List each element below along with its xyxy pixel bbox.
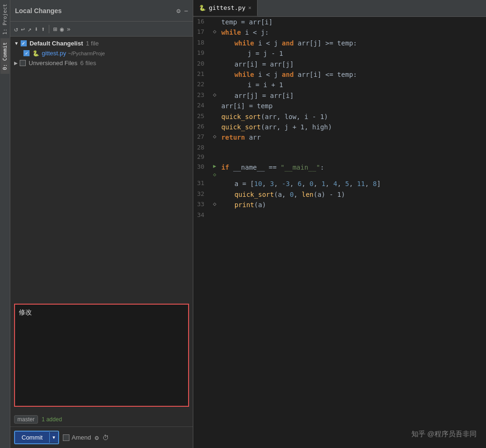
line-number: 31 bbox=[193, 179, 210, 189]
line-gutter: ◇ bbox=[210, 27, 220, 37]
line-number: 22 bbox=[193, 80, 210, 90]
commit-dropdown-arrow[interactable]: ▾ bbox=[49, 432, 58, 443]
table-row: 22 i = i + 1 bbox=[193, 80, 486, 90]
line-number: 20 bbox=[193, 59, 210, 69]
line-code bbox=[220, 143, 486, 153]
chevron-down-icon: ▼ bbox=[14, 41, 19, 46]
line-code: while i < j and arr[j] >= temp: bbox=[220, 38, 486, 48]
code-area[interactable]: 16 temp = arr[i] 17 ◇ while i < j: 18 wh… bbox=[193, 17, 486, 448]
table-row: 32 quick_sort(a, 0, len(a) - 1) bbox=[193, 189, 486, 200]
line-gutter: ◇ bbox=[210, 200, 220, 210]
changelist-checkbox[interactable] bbox=[21, 40, 27, 46]
toolbar: ↺ ↩ ↗ ⬇ ⬆ ⊞ ◉ » bbox=[10, 22, 193, 37]
separator bbox=[49, 25, 49, 33]
download-icon[interactable]: ⬇ bbox=[34, 25, 38, 33]
line-gutter bbox=[210, 210, 220, 220]
refresh-icon[interactable]: ↺ bbox=[14, 25, 18, 33]
line-number: 25 bbox=[193, 112, 210, 122]
line-gutter bbox=[210, 17, 220, 27]
commit-button-group: Commit ▾ bbox=[14, 431, 59, 444]
line-gutter bbox=[210, 112, 220, 122]
commit-message-input[interactable]: 修改 bbox=[14, 304, 189, 407]
line-number: 29 bbox=[193, 152, 210, 162]
amend-checkbox[interactable] bbox=[63, 434, 69, 441]
changelist-header[interactable]: ▼ Default Changelist 1 file bbox=[10, 38, 193, 48]
sidebar-item-project[interactable]: 1: Project bbox=[0, 0, 9, 38]
panel-header-icons: ⚙ − bbox=[176, 7, 188, 15]
undo-icon[interactable]: ↩ bbox=[21, 25, 24, 33]
line-gutter bbox=[210, 38, 220, 48]
left-panel: Local Changes ⚙ − ↺ ↩ ↗ ⬇ ⬆ ⊞ ◉ » ▼ Defa… bbox=[10, 0, 193, 448]
file-checkbox[interactable] bbox=[23, 50, 30, 56]
filepath-label: ~/PycharmProje bbox=[68, 51, 105, 56]
table-row: 21 while i < j and arr[i] <= temp: bbox=[193, 69, 486, 80]
table-row: 26 quick_sort(arr, j + 1, high) bbox=[193, 122, 486, 132]
line-number: 28 bbox=[193, 143, 210, 153]
line-code: print(a) bbox=[220, 200, 486, 210]
minimize-icon[interactable]: − bbox=[184, 7, 188, 15]
line-gutter bbox=[210, 69, 220, 80]
table-row: 18 while i < j and arr[j] >= temp: bbox=[193, 38, 486, 48]
line-code: arr[i] = arr[j] bbox=[220, 59, 486, 69]
line-gutter bbox=[210, 143, 220, 153]
editor-tabs: 🐍 gittest.py ✕ bbox=[193, 0, 486, 17]
panel-title: Local Changes bbox=[15, 7, 62, 15]
unversioned-count: 6 files bbox=[80, 60, 96, 67]
more-icon[interactable]: » bbox=[67, 25, 70, 33]
table-row: 16 temp = arr[i] bbox=[193, 17, 486, 27]
settings-icon[interactable]: ⚙ bbox=[176, 7, 180, 15]
line-code: quick_sort(arr, j + 1, high) bbox=[220, 122, 486, 132]
commit-button[interactable]: Commit bbox=[15, 432, 49, 443]
commit-settings-icon[interactable]: ⚙ bbox=[95, 434, 99, 441]
file-row-gittest[interactable]: 🐍 gittest.py ~/PycharmProje bbox=[10, 48, 193, 58]
eye-icon[interactable]: ◉ bbox=[60, 25, 64, 33]
line-code: temp = arr[i] bbox=[220, 17, 486, 27]
unversioned-label: Unversioned Files bbox=[29, 60, 77, 67]
table-row: 34 bbox=[193, 210, 486, 220]
line-code: j = j - 1 bbox=[220, 48, 486, 59]
file-tree: ▼ Default Changelist 1 file 🐍 gittest.py… bbox=[10, 37, 193, 300]
line-code bbox=[220, 152, 486, 162]
line-code: i = i + 1 bbox=[220, 80, 486, 90]
line-gutter bbox=[210, 80, 220, 90]
line-gutter bbox=[210, 179, 220, 189]
sidebar-item-commit[interactable]: 0: Commit bbox=[0, 38, 9, 74]
commit-clock-icon[interactable]: ⏱ bbox=[102, 434, 109, 441]
line-gutter: ◇ bbox=[210, 90, 220, 101]
line-code: quick_sort(arr, low, i - 1) bbox=[220, 112, 486, 122]
table-row: 19 j = j - 1 bbox=[193, 48, 486, 59]
line-code: return arr bbox=[220, 132, 486, 142]
editor-tab-gittest[interactable]: 🐍 gittest.py ✕ bbox=[193, 0, 258, 16]
line-code: while i < j and arr[i] <= temp: bbox=[220, 69, 486, 80]
table-row: 31 a = [10, 3, -3, 6, 0, 1, 4, 5, 11, 8] bbox=[193, 179, 486, 189]
line-code: arr[j] = arr[i] bbox=[220, 90, 486, 101]
table-row: 25 quick_sort(arr, low, i - 1) bbox=[193, 112, 486, 122]
bottom-status-bar: master 1 added bbox=[10, 412, 193, 426]
line-number: 26 bbox=[193, 122, 210, 132]
group-icon[interactable]: ⊞ bbox=[53, 25, 57, 33]
line-number: 18 bbox=[193, 38, 210, 48]
table-row: 20 arr[i] = arr[j] bbox=[193, 59, 486, 69]
table-row: 30 ▶ ◇ if __name__ == "__main__": bbox=[193, 162, 486, 179]
branch-badge[interactable]: master bbox=[14, 415, 38, 424]
amend-label[interactable]: Amend bbox=[63, 434, 91, 441]
line-gutter bbox=[210, 122, 220, 132]
line-number: 30 bbox=[193, 162, 210, 179]
tab-filename: gittest.py bbox=[209, 4, 245, 11]
push-icon[interactable]: ↗ bbox=[28, 25, 31, 33]
line-number: 16 bbox=[193, 17, 210, 27]
panel-header: Local Changes ⚙ − bbox=[10, 0, 193, 22]
vertical-sidebar: 1: Project 0: Commit bbox=[0, 0, 10, 448]
line-number: 34 bbox=[193, 210, 210, 220]
unversioned-checkbox[interactable] bbox=[20, 60, 26, 66]
unversioned-header[interactable]: ▶ Unversioned Files 6 files bbox=[10, 58, 193, 68]
upload-icon[interactable]: ⬆ bbox=[41, 25, 45, 33]
line-number: 17 bbox=[193, 27, 210, 37]
tab-close-icon[interactable]: ✕ bbox=[248, 5, 251, 11]
line-number: 23 bbox=[193, 90, 210, 101]
line-gutter: ▶ ◇ bbox=[210, 162, 220, 179]
watermark: 知乎 @程序员吾非同 bbox=[411, 430, 477, 439]
line-code: while i < j: bbox=[220, 27, 486, 37]
line-gutter bbox=[210, 59, 220, 69]
line-code: if __name__ == "__main__": bbox=[220, 162, 486, 179]
